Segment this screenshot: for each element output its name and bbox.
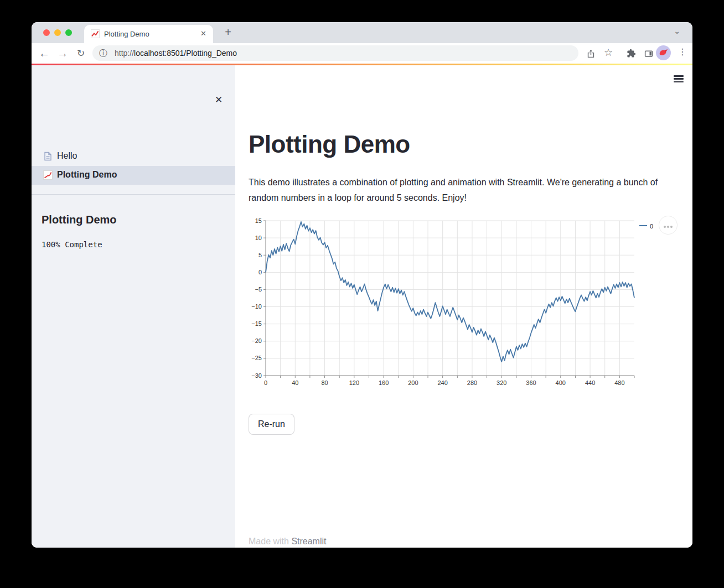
sidebar-heading: Plotting Demo — [42, 214, 117, 226]
tab-search-chevron-icon[interactable]: ⌄ — [674, 27, 680, 35]
svg-text:400: 400 — [556, 379, 566, 386]
svg-text:40: 40 — [292, 379, 298, 386]
svg-text:15: 15 — [255, 217, 262, 224]
page-title: Plotting Demo — [249, 131, 410, 158]
footer: Made with Streamlit — [249, 537, 327, 547]
maximize-window-button[interactable] — [65, 29, 72, 36]
document-icon — [43, 152, 53, 161]
legend-line-swatch — [639, 225, 647, 226]
page-description: This demo illustrates a combination of p… — [249, 175, 679, 206]
url-text: http://localhost:8501/Plotting_Demo — [115, 49, 237, 58]
close-window-button[interactable] — [43, 29, 50, 36]
svg-text:−15: −15 — [251, 320, 262, 327]
svg-text:5: 5 — [258, 252, 262, 258]
tab-close-icon[interactable]: ✕ — [200, 29, 206, 38]
svg-text:−5: −5 — [255, 286, 262, 293]
svg-text:240: 240 — [438, 379, 448, 386]
main-content: Plotting Demo This demo illustrates a co… — [235, 65, 692, 548]
tab-strip: Plotting Demo ✕ + ⌄ — [32, 22, 692, 43]
profile-avatar[interactable] — [656, 45, 671, 60]
svg-text:−25: −25 — [251, 355, 262, 361]
site-info-icon[interactable]: ⓘ — [99, 48, 107, 59]
svg-text:320: 320 — [497, 379, 506, 386]
kebab-menu-icon[interactable]: ⋮ — [675, 46, 690, 61]
legend-label: 0 — [650, 223, 653, 230]
streamlit-app: ✕ Hello Plotting Demo Plotting Demo — [32, 65, 692, 548]
svg-text:−10: −10 — [251, 303, 262, 310]
chart-menu-button[interactable] — [659, 216, 678, 235]
browser-window: Plotting Demo ✕ + ⌄ ← → ↻ ⓘ http://local… — [32, 22, 692, 548]
tab-title: Plotting Demo — [104, 30, 149, 38]
extensions-puzzle-icon[interactable] — [624, 46, 638, 61]
svg-text:0: 0 — [264, 379, 267, 386]
sidebar-item-label: Hello — [57, 151, 77, 161]
sidebar-divider — [32, 194, 235, 195]
forward-icon[interactable]: → — [55, 46, 70, 61]
svg-text:280: 280 — [467, 379, 477, 386]
sidebar-item-plotting-demo[interactable]: Plotting Demo — [32, 166, 235, 185]
line-chart-svg: 0408012016020024028032036040044048015105… — [249, 216, 647, 394]
svg-text:120: 120 — [349, 379, 359, 386]
app-menu-hamburger-icon[interactable] — [674, 75, 684, 83]
footer-text: Made with — [249, 537, 291, 546]
streamlit-footer-link[interactable]: Streamlit — [291, 537, 326, 546]
svg-text:160: 160 — [379, 379, 389, 386]
svg-text:−20: −20 — [251, 337, 262, 344]
share-icon[interactable] — [583, 46, 598, 61]
sidebar: ✕ Hello Plotting Demo Plotting Demo — [32, 65, 235, 548]
reload-icon[interactable]: ↻ — [74, 46, 88, 61]
new-tab-button[interactable]: + — [221, 25, 235, 40]
browser-tab[interactable]: Plotting Demo ✕ — [84, 25, 213, 43]
sidebar-item-hello[interactable]: Hello — [32, 147, 235, 166]
svg-text:440: 440 — [585, 379, 595, 386]
address-bar[interactable]: ⓘ http://localhost:8501/Plotting_Demo — [92, 45, 578, 61]
back-icon[interactable]: ← — [37, 46, 51, 61]
sidebar-close-icon[interactable]: ✕ — [215, 94, 223, 106]
bookmark-star-icon[interactable]: ☆ — [601, 46, 616, 61]
rerun-button[interactable]: Re-run — [249, 414, 294, 435]
progress-status-text: 100% Complete — [42, 240, 102, 249]
chart-legend: 0 — [639, 221, 653, 228]
streamlit-chart-favicon-icon — [91, 29, 100, 38]
svg-text:−30: −30 — [251, 372, 262, 379]
svg-text:10: 10 — [255, 235, 262, 241]
svg-text:480: 480 — [614, 379, 624, 386]
browser-toolbar: ← → ↻ ⓘ http://localhost:8501/Plotting_D… — [32, 43, 692, 64]
minimize-window-button[interactable] — [54, 29, 61, 36]
line-chart-icon — [43, 170, 53, 180]
svg-text:200: 200 — [408, 379, 418, 386]
chart: 0408012016020024028032036040044048015105… — [249, 216, 691, 394]
svg-text:80: 80 — [321, 379, 328, 386]
sidebar-item-label: Plotting Demo — [57, 170, 117, 180]
svg-text:360: 360 — [526, 379, 536, 386]
side-panel-icon[interactable] — [642, 46, 656, 61]
svg-text:0: 0 — [258, 269, 262, 275]
